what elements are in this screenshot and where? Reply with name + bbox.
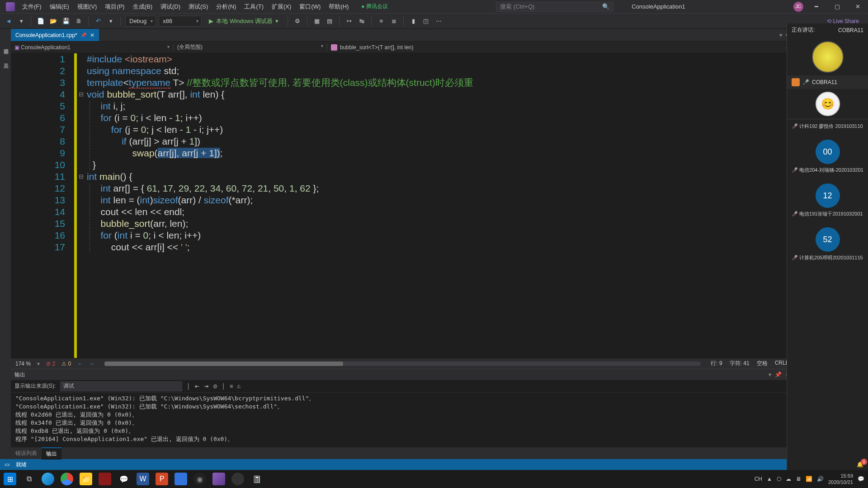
undo-icon[interactable]: ↶ bbox=[93, 16, 103, 26]
indent-mode[interactable]: 空格 bbox=[757, 360, 768, 367]
tray-icon-3[interactable]: ☁ bbox=[786, 476, 791, 482]
error-count[interactable]: ⊘ 2 bbox=[46, 361, 55, 367]
explorer-icon[interactable]: 📁 bbox=[80, 473, 92, 485]
menu-item[interactable]: 调试(D) bbox=[157, 0, 184, 13]
clock[interactable]: 15:59 2020/10/21 bbox=[828, 473, 853, 485]
emoji-avatar: 😊 bbox=[816, 92, 840, 116]
code-editor[interactable]: 1234567891011121314151617 ⊟⊟ #include <i… bbox=[11, 53, 793, 358]
zoom-level[interactable]: 174 % bbox=[15, 361, 31, 367]
notifications-button[interactable]: 🔔1 bbox=[857, 461, 863, 468]
save-all-icon[interactable]: 🗎 bbox=[74, 16, 84, 26]
tool-icon-9[interactable]: ◫ bbox=[421, 16, 431, 26]
tab-output[interactable]: 输出 bbox=[42, 447, 61, 460]
nav-prev-icon[interactable]: ← bbox=[77, 361, 83, 367]
ime-indicator[interactable]: CH bbox=[755, 476, 762, 482]
output-body[interactable]: "ConsoleApplication1.exe" (Win32): 已加载 "… bbox=[11, 393, 793, 447]
menu-item[interactable]: 帮助(H) bbox=[325, 0, 352, 13]
output-tool-icon-2[interactable]: ⇥ bbox=[204, 383, 208, 389]
tool-icon-5[interactable]: ↹ bbox=[357, 16, 367, 26]
tool-icon-2[interactable]: ▦ bbox=[312, 16, 322, 26]
solution-name: ConsoleApplication1 bbox=[632, 3, 685, 10]
tabs-overflow-icon[interactable]: ▾ bbox=[779, 32, 783, 38]
menu-item[interactable]: 窗口(W) bbox=[296, 0, 324, 13]
menu-item[interactable]: 扩展(X) bbox=[268, 0, 295, 13]
menu-item[interactable]: 视图(V) bbox=[74, 0, 100, 13]
tool-icon-4[interactable]: ↦ bbox=[344, 16, 354, 26]
menu-item[interactable]: 分析(N) bbox=[212, 0, 240, 13]
h-scrollbar[interactable] bbox=[104, 361, 701, 366]
task-view-icon[interactable]: ⧉ bbox=[23, 473, 35, 485]
vs-icon[interactable] bbox=[212, 473, 225, 485]
tool-icon-7[interactable]: ≣ bbox=[389, 16, 399, 26]
output-tool-icon-3[interactable]: ⊘ bbox=[213, 383, 217, 389]
tool-icon-1[interactable]: ⚙ bbox=[292, 16, 302, 26]
notepad-icon[interactable]: 📓 bbox=[250, 473, 263, 485]
open-icon[interactable]: 📂 bbox=[48, 16, 58, 26]
output-tool-icon-4[interactable]: ≡ bbox=[230, 383, 233, 389]
self-row[interactable]: 🎤 COBRA11 bbox=[787, 75, 868, 89]
pin-icon[interactable]: 📌 bbox=[81, 33, 86, 38]
participant[interactable]: 52🎤̸ 计算机205邓明20201031115 bbox=[787, 221, 868, 265]
start-debug-button[interactable]: 本地 Windows 调试器 ▾ bbox=[204, 16, 283, 27]
self-avatar[interactable] bbox=[812, 41, 844, 73]
config-dropdown[interactable]: Debug bbox=[125, 16, 156, 27]
app-icon-3[interactable] bbox=[175, 473, 187, 485]
tray-icon-4[interactable]: 🖥 bbox=[796, 476, 801, 482]
minimize-button[interactable]: ━ bbox=[809, 3, 824, 10]
nav-next-icon[interactable]: → bbox=[89, 361, 94, 367]
output-tool-icon-5[interactable]: ⎌ bbox=[237, 383, 241, 389]
warning-count[interactable]: ⚠ 0 bbox=[61, 361, 71, 367]
server-explorer-tab[interactable]: 服务器资源管理器 bbox=[0, 42, 11, 48]
user-badge[interactable]: JC bbox=[793, 2, 803, 12]
document-tab-active[interactable]: ConsoleApplication1.cpp* 📌 ✕ bbox=[11, 29, 99, 41]
app-icon-4[interactable] bbox=[231, 473, 244, 485]
nav-function[interactable]: bubble_sort<T>(T arr[], int len) bbox=[327, 44, 783, 51]
output-source-select[interactable]: 调试 bbox=[60, 381, 182, 391]
redo-icon[interactable]: ▾ bbox=[106, 16, 116, 26]
panel-dropdown-icon[interactable]: ▾ bbox=[769, 371, 771, 378]
nav-mid[interactable]: (全局范围) bbox=[174, 43, 327, 51]
tool-icon-6[interactable]: ≡ bbox=[376, 16, 386, 26]
search-box[interactable]: 搜索 (Ctrl+Q) 🔍 bbox=[496, 2, 613, 12]
tray-icon-1[interactable]: ▲ bbox=[767, 476, 772, 482]
wifi-icon[interactable]: 📶 bbox=[806, 476, 812, 482]
output-tool-icon-1[interactable]: ⇤ bbox=[195, 383, 199, 389]
app-icon-1[interactable] bbox=[99, 473, 111, 485]
participant[interactable]: 12🎤̸ 电信191张瑞千20191032001 bbox=[787, 177, 868, 221]
menu-item[interactable]: 项目(P) bbox=[101, 0, 128, 13]
participant[interactable]: 00🎤̸ 电信204-刘瑞穗-20201032010 bbox=[787, 133, 868, 177]
toolbox-tab[interactable]: 工具箱 bbox=[0, 57, 11, 62]
menu-item[interactable]: 测试(S) bbox=[185, 0, 212, 13]
panel-pin-icon[interactable]: 📌 bbox=[775, 371, 782, 378]
platform-dropdown[interactable]: x86 bbox=[159, 16, 202, 27]
notification-center-icon[interactable]: 💬 bbox=[858, 476, 864, 482]
save-icon[interactable]: 💾 bbox=[61, 16, 71, 26]
nav-fwd-icon[interactable]: ▾ bbox=[16, 16, 26, 26]
close-button[interactable]: ✕ bbox=[850, 3, 866, 10]
menu-item[interactable]: 文件(F) bbox=[19, 0, 45, 13]
edge-icon[interactable] bbox=[42, 473, 54, 485]
tool-icon-3[interactable]: ▤ bbox=[325, 16, 335, 26]
menu-item[interactable]: 编辑(E) bbox=[46, 0, 73, 13]
maximize-button[interactable]: ▢ bbox=[830, 3, 845, 10]
app-icon-2[interactable]: 💬 bbox=[118, 473, 130, 485]
tab-close-icon[interactable]: ✕ bbox=[90, 32, 94, 38]
new-file-icon[interactable]: 📄 bbox=[36, 16, 46, 26]
menu-item[interactable]: 生成(B) bbox=[129, 0, 156, 13]
tray-icon-2[interactable]: ⬡ bbox=[777, 476, 781, 482]
menu-item[interactable]: 工具(T) bbox=[241, 0, 267, 13]
chrome-icon[interactable] bbox=[61, 473, 73, 485]
tool-icon-8[interactable]: ▮ bbox=[408, 16, 418, 26]
obs-icon[interactable]: ◉ bbox=[193, 473, 206, 485]
participant[interactable]: 🎤̸ 计科192 廖悦伶 2019103110 bbox=[787, 119, 868, 133]
volume-icon[interactable]: 🔊 bbox=[817, 476, 824, 482]
nav-scope[interactable]: ▣ ConsoleApplication1 bbox=[11, 44, 174, 51]
word-icon[interactable]: W bbox=[137, 473, 149, 485]
tab-error-list[interactable]: 错误列表 bbox=[11, 448, 42, 459]
editor-status: 174 %▾ ⊘ 2 ⚠ 0 ← → 行: 9 字符: 41 空格 CRLF bbox=[11, 358, 793, 369]
nav-back-icon[interactable]: ◄ bbox=[4, 16, 14, 26]
powerpoint-icon[interactable]: P bbox=[156, 473, 168, 485]
start-button[interactable]: ⊞ bbox=[4, 473, 16, 485]
tool-icon-10[interactable]: ⋯ bbox=[434, 16, 443, 26]
mic-icon[interactable]: 🎤 bbox=[802, 79, 809, 85]
